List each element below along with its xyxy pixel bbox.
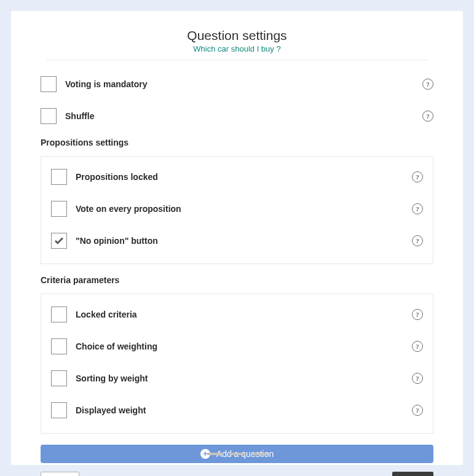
check-icon — [53, 235, 65, 246]
question-subtitle: Which car should I buy ? — [41, 44, 433, 53]
help-icon[interactable]: ? — [422, 111, 433, 122]
progress-step — [251, 453, 267, 455]
divider — [47, 60, 427, 60]
option-locked-criteria: Locked criteria ? — [51, 304, 423, 325]
help-icon[interactable]: ? — [412, 341, 423, 352]
option-voting-mandatory: Voting is mandatory ? — [41, 74, 433, 95]
label-displayed-weight: Displayed weight — [76, 405, 412, 415]
criteria-box: Locked criteria ? Choice of weighting ? … — [41, 294, 433, 434]
back-button[interactable]: Back — [41, 472, 79, 476]
label-locked-criteria: Locked criteria — [76, 310, 412, 319]
help-icon[interactable]: ? — [422, 79, 433, 90]
checkbox-no-opinion[interactable] — [51, 233, 67, 249]
help-icon[interactable]: ? — [412, 171, 423, 182]
checkbox-choice-weighting[interactable] — [51, 338, 67, 354]
next-button[interactable]: Next — [392, 472, 433, 476]
label-choice-weighting: Choice of weighting — [76, 341, 412, 351]
checkbox-displayed-weight[interactable] — [51, 402, 67, 418]
checkbox-shuffle[interactable] — [41, 108, 57, 124]
help-icon[interactable]: ? — [412, 373, 423, 384]
help-icon[interactable]: ? — [412, 405, 423, 416]
settings-card: Question settings Which car should I buy… — [11, 11, 463, 465]
help-icon[interactable]: ? — [412, 309, 423, 320]
progress-indicator — [207, 453, 267, 455]
propositions-box: Propositions locked ? Vote on every prop… — [41, 156, 433, 264]
checkbox-vote-every-proposition[interactable] — [51, 201, 67, 217]
checkbox-sorting-weight[interactable] — [51, 370, 67, 386]
section-title-criteria: Criteria parameters — [41, 275, 433, 285]
label-vote-every-proposition: Vote on every proposition — [76, 204, 412, 214]
label-shuffle: Shuffle — [65, 111, 422, 121]
progress-step — [229, 453, 245, 455]
option-vote-every-proposition: Vote on every proposition ? — [51, 198, 423, 219]
progress-step — [207, 453, 223, 455]
checkbox-propositions-locked[interactable] — [51, 169, 67, 185]
label-no-opinion: "No opinion" button — [76, 236, 412, 246]
option-sorting-weight: Sorting by weight ? — [51, 368, 423, 389]
option-shuffle: Shuffle ? — [41, 106, 433, 127]
footer-buttons: Back Next — [41, 472, 433, 476]
help-icon[interactable]: ? — [412, 203, 423, 214]
label-voting-mandatory: Voting is mandatory — [65, 79, 422, 89]
label-sorting-weight: Sorting by weight — [76, 373, 412, 383]
label-propositions-locked: Propositions locked — [76, 172, 412, 182]
option-displayed-weight: Displayed weight ? — [51, 400, 423, 421]
option-no-opinion: "No opinion" button ? — [51, 230, 423, 251]
checkbox-voting-mandatory[interactable] — [41, 76, 57, 92]
page-title: Question settings — [41, 28, 433, 43]
checkbox-locked-criteria[interactable] — [51, 306, 67, 322]
section-title-propositions: Propositions settings — [41, 138, 433, 147]
help-icon[interactable]: ? — [412, 235, 423, 246]
option-choice-weighting: Choice of weighting ? — [51, 336, 423, 357]
option-propositions-locked: Propositions locked ? — [51, 166, 423, 187]
